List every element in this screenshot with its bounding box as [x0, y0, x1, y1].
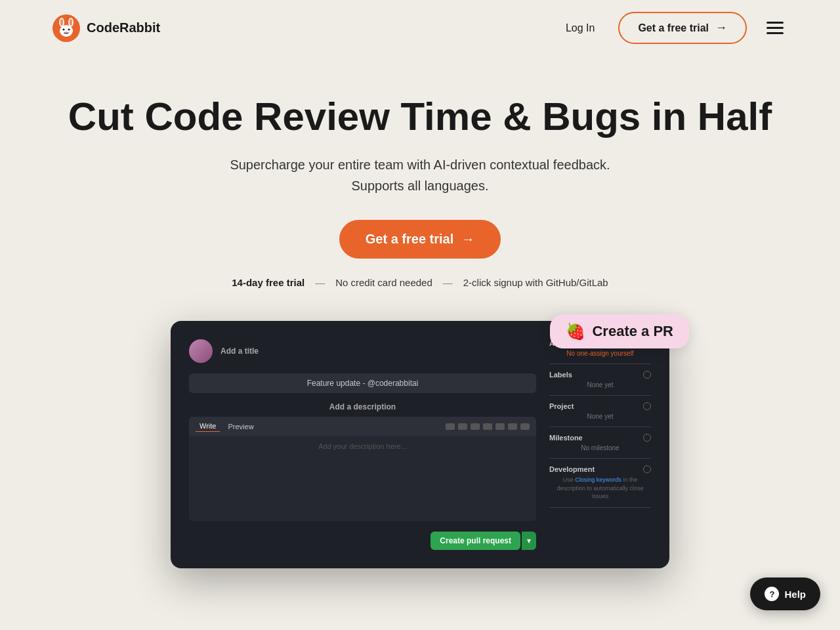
mock-title-label: Add a title — [220, 346, 259, 356]
toolbar-icon-5 — [495, 423, 505, 430]
mock-closing-keywords-link[interactable]: Closing keywords — [575, 476, 621, 483]
mock-desc-label: Add a description — [189, 402, 536, 411]
nav-trial-button[interactable]: Get a free trial → — [618, 12, 747, 44]
screenshot-container: 🍓 Create a PR Add a title Feature update… — [171, 321, 669, 568]
toolbar-icon-7 — [520, 423, 530, 430]
help-circle-icon: ? — [765, 587, 779, 601]
meta-sep1: — — [315, 277, 325, 288]
mock-write-tab[interactable]: Write — [196, 421, 220, 432]
mock-project-section: Project None yet — [549, 402, 651, 427]
mock-milestone-value[interactable]: No milestone — [549, 444, 651, 452]
mock-pr-form: Add a title Feature update - @coderabbit… — [189, 339, 651, 550]
svg-point-7 — [68, 28, 70, 30]
mock-milestone-label: Milestone — [549, 434, 651, 442]
menu-line-3 — [766, 32, 784, 34]
hero-meta: 14-day free trial — No credit card neede… — [52, 277, 788, 288]
logo-icon — [52, 14, 80, 42]
mock-description-textarea[interactable]: Add your description here... — [189, 436, 536, 521]
hamburger-menu-button[interactable] — [763, 18, 788, 38]
mock-avatar-row: Add a title — [189, 339, 536, 363]
menu-line-2 — [766, 27, 784, 29]
mock-assignees-value[interactable]: No one-assign yourself — [549, 350, 651, 357]
navbar: CodeRabbit Log In Get a free trial → — [0, 0, 840, 56]
svg-point-4 — [70, 19, 72, 26]
mock-create-btn-dropdown[interactable]: ▾ — [522, 532, 536, 550]
toolbar-icon-6 — [508, 423, 517, 430]
mock-toolbar-icons — [446, 423, 530, 430]
arrow-right-icon: → — [715, 21, 727, 35]
toolbar-icon-4 — [483, 423, 492, 430]
mock-github-screen: Add a title Feature update - @coderabbit… — [171, 321, 669, 568]
hero-arrow-icon: → — [461, 232, 474, 247]
help-label: Help — [784, 589, 806, 600]
mock-create-pr-button[interactable]: Create pull request — [430, 532, 520, 550]
mock-title-input[interactable]: Feature update - @coderabbitai — [189, 373, 536, 393]
labels-gear-icon[interactable] — [643, 371, 651, 379]
mock-create-btn-row: Create pull request ▾ — [189, 532, 536, 550]
mock-preview-tab[interactable]: Preview — [224, 421, 257, 432]
svg-point-5 — [60, 25, 73, 37]
mock-form-left: Add a title Feature update - @coderabbit… — [189, 339, 536, 550]
mock-labels-section: Labels None yet — [549, 371, 651, 396]
mock-development-text: Use Closing keywords in the description … — [549, 476, 651, 501]
meta-no-card: No credit card needed — [335, 277, 432, 288]
mock-project-value[interactable]: None yet — [549, 413, 651, 420]
mock-development-label: Development — [549, 465, 651, 473]
mock-development-section: Development Use Closing keywords in the … — [549, 465, 651, 508]
project-gear-icon[interactable] — [643, 402, 651, 410]
mock-toolbar: Write Preview — [189, 417, 536, 436]
hero-trial-button[interactable]: Get a free trial → — [339, 220, 501, 259]
milestone-gear-icon[interactable] — [643, 434, 651, 442]
mock-milestone-section: Milestone No milestone — [549, 434, 651, 459]
mock-form-right: Assignees No one-assign yourself Labels … — [549, 339, 651, 550]
nav-actions: Log In Get a free trial → — [558, 12, 788, 44]
hero-title: Cut Code Review Time & Bugs in Half — [52, 95, 788, 138]
meta-sep2: — — [443, 277, 453, 288]
mock-avatar — [189, 339, 213, 363]
toolbar-icon-3 — [471, 423, 480, 430]
toolbar-icon-1 — [446, 423, 455, 430]
strawberry-icon: 🍓 — [566, 322, 585, 341]
login-button[interactable]: Log In — [558, 17, 602, 39]
help-button[interactable]: ? Help — [750, 578, 820, 610]
logo[interactable]: CodeRabbit — [52, 14, 160, 42]
toolbar-icon-2 — [458, 423, 467, 430]
svg-point-3 — [60, 19, 63, 26]
pr-badge-text: Create a PR — [592, 323, 673, 340]
hero-section: Cut Code Review Time & Bugs in Half Supe… — [0, 56, 840, 595]
hero-subtitle: Supercharge your entire team with AI-dri… — [210, 154, 630, 196]
mock-labels-label: Labels — [549, 371, 651, 379]
menu-line-1 — [766, 22, 784, 24]
mock-labels-value[interactable]: None yet — [549, 381, 651, 388]
svg-point-8 — [65, 32, 68, 33]
svg-point-6 — [63, 28, 65, 30]
pr-badge: 🍓 Create a PR — [550, 314, 689, 348]
mock-project-label: Project — [549, 402, 651, 410]
logo-text: CodeRabbit — [87, 20, 160, 35]
meta-signup: 2-click signup with GitHub/GitLab — [463, 277, 608, 288]
meta-trial: 14-day free trial — [232, 277, 304, 288]
development-gear-icon[interactable] — [643, 465, 651, 473]
